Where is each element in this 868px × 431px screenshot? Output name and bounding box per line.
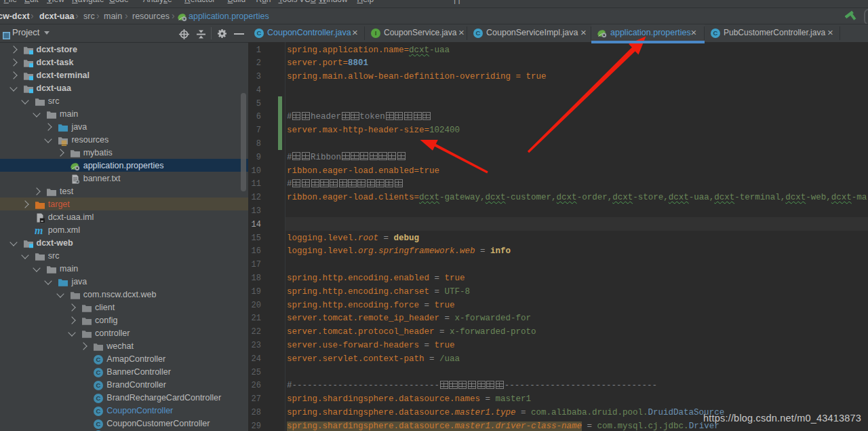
svg-text:I: I (375, 29, 377, 37)
svg-text:C: C (96, 420, 101, 428)
svg-text:C: C (257, 29, 262, 37)
svg-text:C: C (96, 407, 101, 415)
svg-text:C: C (476, 29, 481, 37)
svg-text:C: C (713, 29, 718, 37)
svg-text:C: C (96, 369, 101, 376)
svg-text:C: C (96, 381, 101, 389)
svg-text:C: C (96, 356, 101, 363)
svg-text:C: C (96, 394, 101, 402)
svg-text:m: m (35, 225, 43, 236)
